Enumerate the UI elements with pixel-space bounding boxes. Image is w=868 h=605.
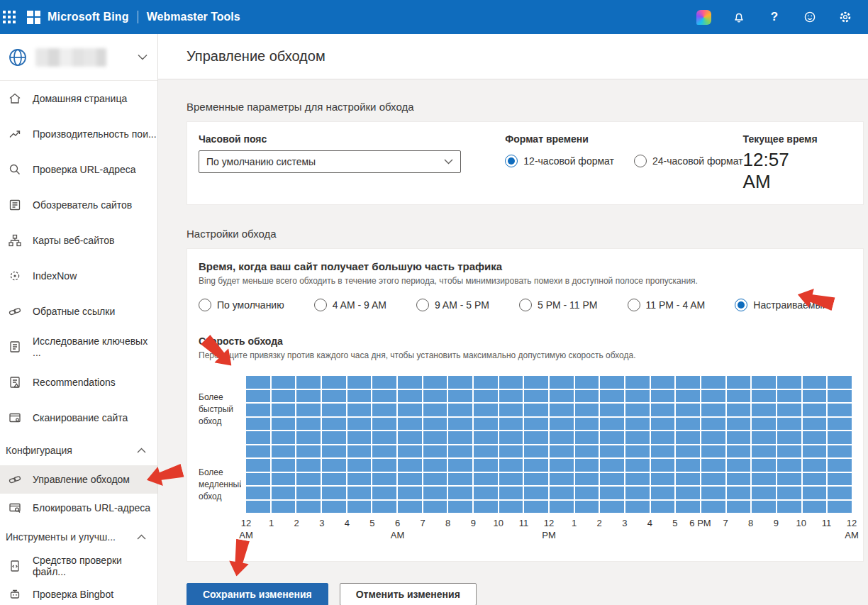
crawl-grid-cell[interactable]	[474, 431, 498, 444]
crawl-grid-cell[interactable]	[524, 431, 548, 444]
settings-gear-icon[interactable]	[837, 9, 854, 26]
crawl-grid-cell[interactable]	[322, 487, 346, 499]
crawl-grid-cell[interactable]	[701, 487, 725, 499]
crawl-rate-grid[interactable]	[246, 376, 852, 513]
crawl-grid-cell[interactable]	[676, 376, 700, 389]
crawl-grid-cell[interactable]	[600, 376, 624, 389]
traffic-option-1[interactable]: 4 AM - 9 AM	[314, 299, 386, 311]
crawl-grid-cell[interactable]	[398, 404, 422, 416]
crawl-grid-cell[interactable]	[524, 487, 548, 499]
crawl-grid-cell[interactable]	[651, 445, 675, 458]
crawl-grid-cell[interactable]	[676, 473, 700, 486]
crawl-grid-cell[interactable]	[701, 376, 725, 389]
crawl-grid-cell[interactable]	[727, 404, 751, 416]
crawl-grid-cell[interactable]	[651, 376, 675, 389]
crawl-grid-cell[interactable]	[651, 390, 675, 403]
crawl-grid-cell[interactable]	[398, 501, 422, 514]
crawl-grid-cell[interactable]	[752, 404, 776, 416]
sidebar-item-file-verifier[interactable]: Средство проверки файл...	[0, 552, 157, 580]
crawl-grid-cell[interactable]	[474, 459, 498, 472]
sidebar-item-recommendations[interactable]: Recommendations	[0, 365, 157, 400]
sidebar-section-configuration[interactable]: Конфигурация	[0, 435, 157, 465]
crawl-grid-cell[interactable]	[423, 459, 447, 472]
crawl-grid-cell[interactable]	[727, 390, 751, 403]
crawl-grid-cell[interactable]	[372, 501, 396, 514]
crawl-grid-cell[interactable]	[322, 459, 346, 472]
crawl-grid-cell[interactable]	[448, 418, 472, 431]
crawl-grid-cell[interactable]	[499, 459, 523, 472]
crawl-grid-cell[interactable]	[372, 418, 396, 431]
crawl-grid-cell[interactable]	[296, 445, 321, 458]
crawl-grid-cell[interactable]	[398, 390, 422, 403]
crawl-grid-cell[interactable]	[575, 445, 599, 458]
crawl-grid-cell[interactable]	[423, 376, 447, 389]
crawl-grid-cell[interactable]	[246, 418, 270, 431]
crawl-grid-cell[interactable]	[676, 418, 700, 431]
crawl-grid-cell[interactable]	[322, 473, 346, 486]
crawl-grid-cell[interactable]	[752, 501, 776, 514]
sidebar-item-backlinks[interactable]: Обратные ссылки	[0, 294, 157, 329]
crawl-grid-cell[interactable]	[499, 445, 523, 458]
crawl-grid-cell[interactable]	[398, 459, 422, 472]
crawl-grid-cell[interactable]	[398, 418, 422, 431]
traffic-option-2[interactable]: 9 AM - 5 PM	[416, 299, 489, 311]
crawl-grid-cell[interactable]	[448, 445, 472, 458]
crawl-grid-cell[interactable]	[727, 445, 751, 458]
crawl-grid-cell[interactable]	[296, 404, 321, 416]
crawl-grid-cell[interactable]	[398, 487, 422, 499]
crawl-grid-cell[interactable]	[777, 376, 801, 389]
crawl-grid-cell[interactable]	[625, 376, 650, 389]
crawl-grid-cell[interactable]	[423, 390, 447, 403]
crawl-grid-cell[interactable]	[524, 418, 548, 431]
crawl-grid-cell[interactable]	[246, 431, 270, 444]
crawl-grid-cell[interactable]	[448, 404, 472, 416]
crawl-grid-cell[interactable]	[550, 473, 574, 486]
crawl-grid-cell[interactable]	[423, 445, 447, 458]
crawl-grid-cell[interactable]	[550, 376, 574, 389]
crawl-grid-cell[interactable]	[676, 404, 700, 416]
crawl-grid-cell[interactable]	[727, 459, 751, 472]
crawl-grid-cell[interactable]	[575, 390, 599, 403]
crawl-grid-cell[interactable]	[296, 501, 321, 514]
crawl-grid-cell[interactable]	[372, 376, 396, 389]
crawl-grid-cell[interactable]	[272, 445, 296, 458]
crawl-grid-cell[interactable]	[625, 390, 650, 403]
crawl-grid-cell[interactable]	[752, 445, 776, 458]
crawl-grid-cell[interactable]	[701, 390, 725, 403]
crawl-grid-cell[interactable]	[499, 501, 523, 514]
crawl-grid-cell[interactable]	[600, 501, 624, 514]
crawl-grid-cell[interactable]	[575, 473, 599, 486]
crawl-grid-cell[interactable]	[296, 487, 321, 499]
crawl-grid-cell[interactable]	[372, 487, 396, 499]
crawl-grid-cell[interactable]	[550, 418, 574, 431]
crawl-grid-cell[interactable]	[296, 459, 321, 472]
crawl-grid-cell[interactable]	[828, 473, 852, 486]
crawl-grid-cell[interactable]	[575, 376, 599, 389]
crawl-grid-cell[interactable]	[777, 487, 801, 499]
crawl-grid-cell[interactable]	[625, 431, 650, 444]
crawl-grid-cell[interactable]	[322, 431, 346, 444]
crawl-grid-cell[interactable]	[752, 431, 776, 444]
crawl-grid-cell[interactable]	[803, 487, 827, 499]
crawl-grid-cell[interactable]	[347, 390, 372, 403]
crawl-grid-cell[interactable]	[246, 376, 270, 389]
crawl-grid-cell[interactable]	[524, 445, 548, 458]
crawl-grid-cell[interactable]	[575, 418, 599, 431]
crawl-grid-cell[interactable]	[372, 473, 396, 486]
crawl-grid-cell[interactable]	[625, 501, 650, 514]
crawl-grid-cell[interactable]	[727, 431, 751, 444]
brand-title[interactable]: Microsoft Bing	[48, 11, 129, 23]
crawl-grid-cell[interactable]	[828, 376, 852, 389]
crawl-grid-cell[interactable]	[423, 487, 447, 499]
crawl-grid-cell[interactable]	[448, 431, 472, 444]
crawl-grid-cell[interactable]	[372, 390, 396, 403]
crawl-grid-cell[interactable]	[347, 501, 372, 514]
crawl-grid-cell[interactable]	[777, 501, 801, 514]
crawl-grid-cell[interactable]	[347, 473, 372, 486]
crawl-grid-cell[interactable]	[550, 487, 574, 499]
crawl-grid-cell[interactable]	[524, 473, 548, 486]
crawl-grid-cell[interactable]	[777, 431, 801, 444]
crawl-grid-cell[interactable]	[272, 404, 296, 416]
crawl-grid-cell[interactable]	[499, 487, 523, 499]
crawl-grid-cell[interactable]	[600, 487, 624, 499]
